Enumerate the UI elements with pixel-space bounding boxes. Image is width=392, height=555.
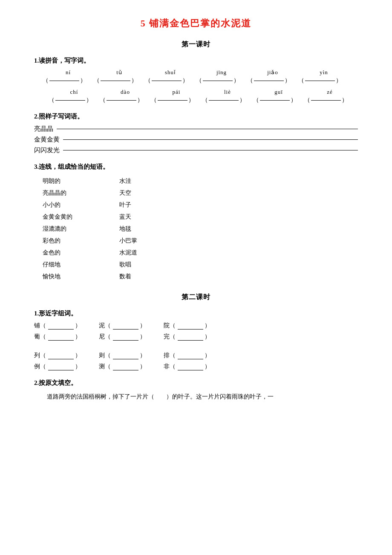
question-3: 3.连线，组成恰当的短语。 明朗的 亮晶晶的 小小的 金黄金黄的 湿漉漉的 彩色… (34, 163, 358, 283)
pinyin-tu: tǔ (94, 69, 145, 76)
q4-r3-g3: 排（） (164, 352, 211, 359)
q2-label2: 金黄金黄 (34, 136, 60, 144)
q3-right-8: 歌唱 (119, 259, 187, 271)
q3-left-5: 湿漉漉的 (43, 223, 119, 235)
q2-line2: 金黄金黄 (34, 136, 358, 144)
question-4: 1.形近字组词。 铺（） 泥（） 院（） 葡（） 尼（） 完（） 列（） (34, 309, 358, 370)
q4-blank-12[interactable] (178, 363, 203, 370)
q4-blank-3[interactable] (178, 322, 203, 330)
pinyin-dao: dào (100, 89, 151, 95)
q3-right-col: 水洼 天空 叶子 蓝天 地毯 小巴掌 水泥道 歌唱 数着 (119, 175, 187, 283)
bracket-3[interactable]: （） (145, 77, 196, 84)
question-5: 2.按原文填空。 道路两旁的法国梧桐树，掉下了一片片（ ）的叶子。这一片片闪着雨… (34, 379, 358, 402)
q2-underline2[interactable] (63, 139, 358, 140)
bracket-11[interactable]: （） (253, 96, 304, 104)
q3-connect: 明朗的 亮晶晶的 小小的 金黄金黄的 湿漉漉的 彩色的 金色的 仔细地 愉快地 … (34, 175, 358, 283)
q4-blank-11[interactable] (113, 363, 138, 370)
q2-label3: 闪闪发光 (34, 146, 60, 154)
q4-r2-g3: 完（） (164, 333, 211, 341)
bracket-7[interactable]: （） (49, 96, 100, 104)
q1-pinyin-row1: ní tǔ shuǐ jīng jiǎo yìn (34, 69, 358, 76)
q4-blank-7[interactable] (48, 352, 74, 359)
q3-right-3: 叶子 (119, 199, 187, 211)
pinyin-pai: pái (151, 89, 202, 95)
q4-r4-g2: 测（） (99, 363, 147, 370)
q3-right-4: 蓝天 (119, 211, 187, 223)
bracket-6[interactable]: （） (298, 77, 349, 84)
q1-bracket-row1: （） （） （） （） （） （） (34, 77, 358, 84)
question-1: 1.读拼音，写字词。 ní tǔ shuǐ jīng jiǎo yìn （） （… (34, 57, 358, 104)
q4-blank-5[interactable] (113, 333, 138, 341)
section2-label: 第二课时 (34, 293, 358, 302)
q2-line3: 闪闪发光 (34, 146, 358, 154)
q2-underline3[interactable] (63, 150, 358, 150)
q4-r4-g3: 非（） (164, 363, 211, 370)
q4-r3-g2: 则（） (99, 352, 147, 359)
q4-r1-g2: 泥（） (99, 322, 147, 330)
q2-title: 2.照样子写词语。 (34, 113, 358, 121)
section1-label: 第一课时 (34, 40, 358, 49)
q4-r1-g3: 院（） (164, 322, 211, 330)
q5-title: 2.按原文填空。 (34, 379, 358, 387)
pinyin-ni: ní (43, 69, 94, 76)
q3-left-3: 小小的 (43, 199, 119, 211)
question-2: 2.照样子写词语。 亮晶晶 金黄金黄 闪闪发光 (34, 113, 358, 154)
q4-blank-8[interactable] (113, 352, 138, 359)
q5-para: 道路两旁的法国梧桐树，掉下了一片片（ ）的叶子。这一片片闪着雨珠的叶子，一 (34, 391, 358, 402)
bracket-10[interactable]: （） (202, 96, 253, 104)
q4-row4: 例（） 测（） 非（） (34, 363, 358, 370)
pinyin-jiao: jiǎo (247, 69, 298, 76)
q3-left-2: 亮晶晶的 (43, 187, 119, 199)
bracket-5[interactable]: （） (247, 77, 298, 84)
q4-row1: 铺（） 泥（） 院（） (34, 322, 358, 330)
q4-blank-6[interactable] (178, 333, 203, 341)
q3-right-6: 小巴掌 (119, 235, 187, 247)
pinyin-yin: yìn (298, 69, 349, 76)
q4-blank-4[interactable] (48, 333, 74, 341)
bracket-8[interactable]: （） (100, 96, 151, 104)
bracket-12[interactable]: （） (304, 96, 355, 104)
bracket-4[interactable]: （） (196, 77, 247, 84)
q3-right-7: 水泥道 (119, 247, 187, 259)
q2-line1: 亮晶晶 (34, 125, 358, 133)
q3-left-6: 彩色的 (43, 235, 119, 247)
q3-right-5: 地毯 (119, 223, 187, 235)
q3-left-7: 金色的 (43, 247, 119, 259)
q4-r2-g1: 葡（） (34, 333, 82, 341)
q3-left-col: 明朗的 亮晶晶的 小小的 金黄金黄的 湿漉漉的 彩色的 金色的 仔细地 愉快地 (43, 175, 119, 283)
pinyin-lie: liè (202, 89, 253, 95)
pinyin-ze: zé (304, 89, 355, 95)
q2-label1: 亮晶晶 (34, 125, 53, 133)
page-title: 5 铺满金色巴掌的水泥道 (34, 17, 358, 30)
pinyin-chi: chí (49, 89, 100, 95)
q4-blank-10[interactable] (48, 363, 74, 370)
q4-r3-g1: 列（） (34, 352, 82, 359)
q4-r1-g1: 铺（） (34, 322, 82, 330)
q4-blank-1[interactable] (48, 322, 74, 330)
bracket-9[interactable]: （） (151, 96, 202, 104)
q3-left-9: 愉快地 (43, 271, 119, 283)
q1-title: 1.读拼音，写字词。 (34, 57, 358, 65)
q3-left-8: 仔细地 (43, 259, 119, 271)
q3-left-4: 金黄金黄的 (43, 211, 119, 223)
q4-r2-g2: 尼（） (99, 333, 147, 341)
pinyin-shui: shuǐ (145, 69, 196, 76)
q1-pinyin-row2: chí dào pái liè guī zé (34, 89, 358, 95)
q3-title: 3.连线，组成恰当的短语。 (34, 163, 358, 171)
q3-right-1: 水洼 (119, 175, 187, 187)
q3-right-2: 天空 (119, 187, 187, 199)
q4-r4-g1: 例（） (34, 363, 82, 370)
bracket-2[interactable]: （） (94, 77, 145, 84)
q4-title: 1.形近字组词。 (34, 309, 358, 318)
q1-bracket-row2: （） （） （） （） （） （） (34, 96, 358, 104)
q2-underline1[interactable] (57, 129, 358, 129)
q3-left-1: 明朗的 (43, 175, 119, 187)
q4-row2: 葡（） 尼（） 完（） (34, 333, 358, 341)
q4-blank-9[interactable] (178, 352, 203, 359)
q4-row3: 列（） 则（） 排（） (34, 352, 358, 359)
pinyin-jing: jīng (196, 69, 247, 76)
q4-blank-2[interactable] (113, 322, 138, 330)
q3-right-9: 数着 (119, 271, 187, 283)
pinyin-gui: guī (253, 89, 304, 95)
bracket-1[interactable]: （） (43, 77, 94, 84)
